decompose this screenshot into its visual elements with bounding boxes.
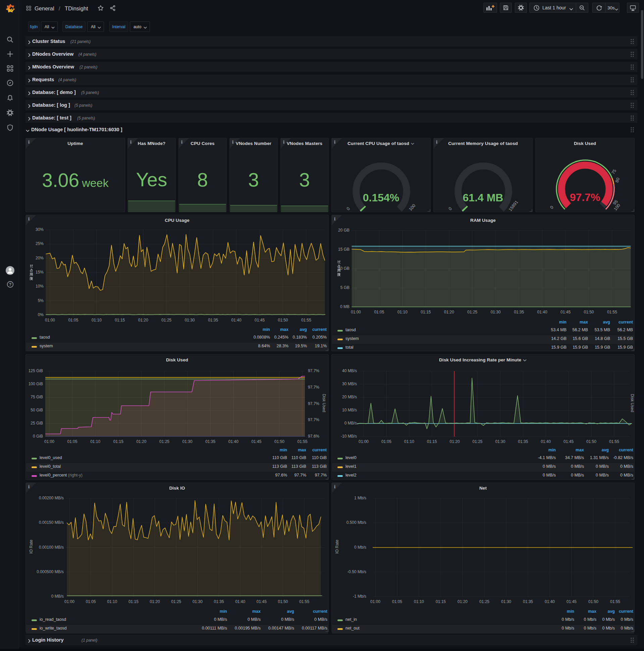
svg-text:0: 0 [549,205,554,210]
svg-text:0: 0 [346,206,351,211]
svg-text:0: 0 [447,206,452,211]
svg-text:75: 75 [610,168,617,175]
svg-text:80: 80 [614,177,620,183]
svg-text:100: 100 [408,203,417,212]
